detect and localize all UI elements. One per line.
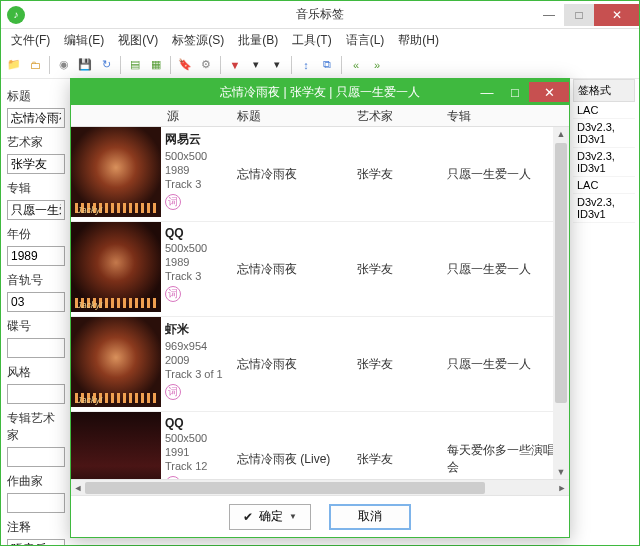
arrow-right-icon[interactable]: » xyxy=(368,56,386,74)
open-icon[interactable]: 📁 xyxy=(5,56,23,74)
scroll-right-icon[interactable]: ► xyxy=(555,480,569,496)
save-icon[interactable]: 💾 xyxy=(76,56,94,74)
title-cell: 忘情冷雨夜 xyxy=(231,222,351,316)
genre-label: 风格 xyxy=(7,361,65,381)
title-label: 标题 xyxy=(7,85,65,105)
cancel-button[interactable]: 取消 xyxy=(329,504,411,530)
drop-icon[interactable]: ▾ xyxy=(247,56,265,74)
menu-help[interactable]: 帮助(H) xyxy=(392,30,445,51)
search-results-dialog: 忘情冷雨夜 | 张学友 | 只愿一生爱一人 — □ ✕ 源 标题 艺术家 专辑 … xyxy=(70,78,570,538)
scroll-thumb[interactable] xyxy=(85,482,485,494)
comment-input[interactable] xyxy=(7,539,65,545)
album-cell: 每天爱你多一些演唱会 xyxy=(441,412,569,479)
scroll-left-icon[interactable]: ◄ xyxy=(71,480,85,496)
track-value: Track 3 xyxy=(165,178,227,190)
close-button[interactable]: ✕ xyxy=(594,4,639,26)
albumartist-input[interactable] xyxy=(7,447,65,467)
artist-cell: 张学友 xyxy=(351,412,441,479)
album-input[interactable] xyxy=(7,200,65,220)
app-icon: ♪ xyxy=(7,6,25,24)
menu-language[interactable]: 语言(L) xyxy=(340,30,391,51)
menu-edit[interactable]: 编辑(E) xyxy=(58,30,110,51)
year-value: 1989 xyxy=(165,256,227,268)
year-value: 2009 xyxy=(165,354,227,366)
artist-input[interactable] xyxy=(7,154,65,174)
disc-label: 碟号 xyxy=(7,315,65,335)
arrow-left-icon[interactable]: « xyxy=(347,56,365,74)
disc-input[interactable] xyxy=(7,338,65,358)
scroll-thumb[interactable] xyxy=(555,143,567,403)
maximize-button[interactable]: □ xyxy=(564,4,594,26)
result-row[interactable]: Jacky! 虾米 969x954 2009 Track 3 of 1 词 忘情… xyxy=(71,317,569,412)
album-label: 专辑 xyxy=(7,177,65,197)
table-row[interactable]: D3v2.3, ID3v1 xyxy=(573,194,635,223)
horizontal-scrollbar[interactable]: ◄ ► xyxy=(71,479,569,495)
dialog-footer: ✔ 确定 ▼ 取消 xyxy=(71,495,569,537)
dialog-minimize-button[interactable]: — xyxy=(473,82,501,102)
folder-icon[interactable]: 🗀 xyxy=(26,56,44,74)
tag-icon[interactable]: 🔖 xyxy=(176,56,194,74)
cd-icon[interactable]: ◉ xyxy=(55,56,73,74)
separator xyxy=(120,56,121,74)
dialog-maximize-button[interactable]: □ xyxy=(501,82,529,102)
comment-label: 注释 xyxy=(7,516,65,536)
field2-icon[interactable]: ▦ xyxy=(147,56,165,74)
refresh-icon[interactable]: ↻ xyxy=(97,56,115,74)
album-cell: 只愿一生爱一人 xyxy=(441,222,569,316)
result-row[interactable]: 环球DSD视听之王 QQ 500x500 1991 Track 12 词 忘情冷… xyxy=(71,412,569,479)
art-dimensions: 500x500 xyxy=(165,432,227,444)
title-header[interactable]: 标题 xyxy=(231,105,351,126)
track-input[interactable] xyxy=(7,292,65,312)
table-row[interactable]: LAC xyxy=(573,177,635,194)
year-value: 1989 xyxy=(165,164,227,176)
source-cell: QQ 500x500 1991 Track 12 词 xyxy=(161,412,231,479)
artist-header[interactable]: 艺术家 xyxy=(351,105,441,126)
source-header[interactable]: 源 xyxy=(161,105,231,126)
minimize-button[interactable]: — xyxy=(534,4,564,26)
scroll-down-icon[interactable]: ▼ xyxy=(557,465,566,479)
genre-input[interactable] xyxy=(7,384,65,404)
sort-icon[interactable]: ↕ xyxy=(297,56,315,74)
ok-label: 确定 xyxy=(259,508,283,525)
tagformat-header[interactable]: 签格式 xyxy=(573,79,635,102)
menubar: 文件(F) 编辑(E) 视图(V) 标签源(S) 批量(B) 工具(T) 语言(… xyxy=(1,29,639,51)
composer-input[interactable] xyxy=(7,493,65,513)
album-cell: 只愿一生爱一人 xyxy=(441,317,569,411)
menu-tagsource[interactable]: 标签源(S) xyxy=(166,30,230,51)
group-icon[interactable]: ⧉ xyxy=(318,56,336,74)
track-value: Track 3 xyxy=(165,270,227,282)
menu-view[interactable]: 视图(V) xyxy=(112,30,164,51)
title-input[interactable] xyxy=(7,108,65,128)
menu-batch[interactable]: 批量(B) xyxy=(232,30,284,51)
down-icon[interactable]: ▼ xyxy=(226,56,244,74)
drop2-icon[interactable]: ▾ xyxy=(268,56,286,74)
menu-file[interactable]: 文件(F) xyxy=(5,30,56,51)
result-row[interactable]: Jacky! 网易云 500x500 1989 Track 3 词 忘情冷雨夜 … xyxy=(71,127,569,222)
tag-editor-panel: 标题 艺术家 专辑 年份 音轨号 碟号 风格 专辑艺术家 作曲家 注释 歌词 xyxy=(1,79,71,545)
separator xyxy=(49,56,50,74)
art-header[interactable] xyxy=(71,105,161,126)
album-header[interactable]: 专辑 xyxy=(441,105,569,126)
artist-cell: 张学友 xyxy=(351,127,441,221)
year-input[interactable] xyxy=(7,246,65,266)
menu-tools[interactable]: 工具(T) xyxy=(286,30,337,51)
album-art: Jacky! xyxy=(71,317,161,411)
vertical-scrollbar[interactable]: ▲ ▼ xyxy=(553,127,569,479)
source-cell: 虾米 969x954 2009 Track 3 of 1 词 xyxy=(161,317,231,411)
dialog-close-button[interactable]: ✕ xyxy=(529,82,569,102)
album-art: Jacky! xyxy=(71,222,161,316)
table-row[interactable]: D3v2.3, ID3v1 xyxy=(573,148,635,177)
results-list[interactable]: Jacky! 网易云 500x500 1989 Track 3 词 忘情冷雨夜 … xyxy=(71,127,569,479)
ok-button[interactable]: ✔ 确定 ▼ xyxy=(229,504,311,530)
field-icon[interactable]: ▤ xyxy=(126,56,144,74)
artist-cell: 张学友 xyxy=(351,222,441,316)
track-label: 音轨号 xyxy=(7,269,65,289)
results-header: 源 标题 艺术家 专辑 xyxy=(71,105,569,127)
result-row[interactable]: Jacky! QQ 500x500 1989 Track 3 词 忘情冷雨夜 张… xyxy=(71,222,569,317)
dialog-title: 忘情冷雨夜 | 张学友 | 只愿一生爱一人 xyxy=(220,84,420,101)
scroll-up-icon[interactable]: ▲ xyxy=(557,127,566,141)
album-cell: 只愿一生爱一人 xyxy=(441,127,569,221)
table-row[interactable]: D3v2.3, ID3v1 xyxy=(573,119,635,148)
table-row[interactable]: LAC xyxy=(573,102,635,119)
action-icon[interactable]: ⚙ xyxy=(197,56,215,74)
